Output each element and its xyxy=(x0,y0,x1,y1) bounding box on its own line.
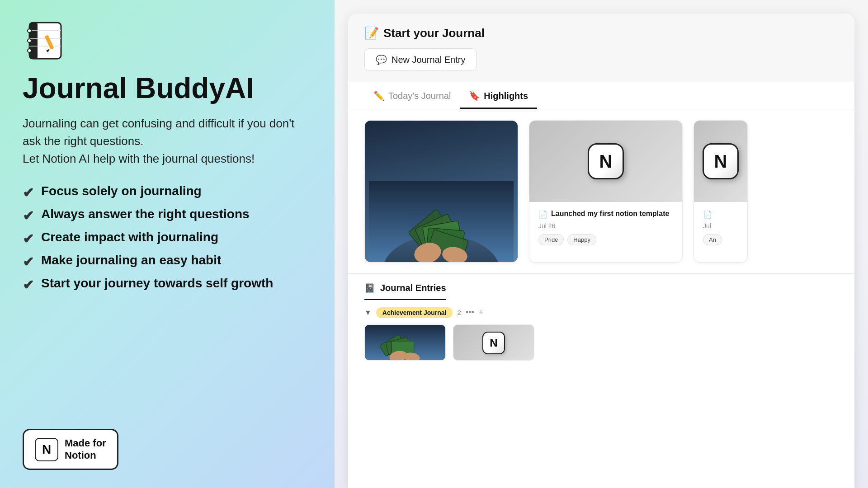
tag-happy: Happy xyxy=(567,234,596,245)
group-toggle-icon[interactable]: ▼ xyxy=(364,309,372,317)
journal-entries-title: Journal Entries xyxy=(380,283,446,293)
group-add-icon[interactable]: + xyxy=(479,308,484,317)
tabs-section: ✏️ Today's Journal 🔖 Highlights xyxy=(348,82,854,109)
new-entry-label: New Journal Entry xyxy=(392,55,465,65)
features-list: ✔ Focus solely on journaling ✔ Always an… xyxy=(23,184,312,293)
journal-entries-header: 📓 Journal Entries xyxy=(364,283,446,300)
tab-highlights[interactable]: 🔖 Highlights xyxy=(460,82,537,109)
card-2-date: Jul 26 xyxy=(538,222,673,230)
mini-card-1[interactable] xyxy=(364,324,446,361)
tab-todays-journal-label: Today's Journal xyxy=(388,91,451,101)
check-icon: ✔ xyxy=(23,254,34,270)
start-journal-header: 📝 Start your Journal xyxy=(364,26,838,40)
feature-label: Focus solely on journaling xyxy=(41,184,202,198)
notion-logo-icon: N xyxy=(35,438,58,461)
app-logo xyxy=(23,18,68,63)
svg-point-8 xyxy=(28,39,31,42)
journal-card-2[interactable]: N 📄 Launched my first notion template Ju… xyxy=(529,120,683,263)
journal-card-3[interactable]: N 📄 Jul An xyxy=(693,120,748,263)
group-more-icon[interactable]: ••• xyxy=(466,308,474,317)
feature-item: ✔ Focus solely on journaling xyxy=(23,184,312,201)
left-panel: Journal BuddyAI Journaling can get confu… xyxy=(0,0,335,488)
feature-item: ✔ Make journaling an easy habit xyxy=(23,253,312,270)
card-3-image: N xyxy=(694,121,747,202)
notion-card-image-bg: N xyxy=(529,121,682,202)
doc-icon: 📄 xyxy=(538,210,547,219)
start-journal-title: Start your Journal xyxy=(383,26,485,40)
doc-icon: 📄 xyxy=(703,210,712,219)
card-1-image: $ $ $ $ xyxy=(365,121,518,262)
card-3-tags: An xyxy=(703,234,738,245)
journal-group-row: ▼ Achievement Journal 2 ••• + xyxy=(364,307,838,318)
card-3-body: 📄 Jul An xyxy=(694,202,747,253)
tab-todays-journal[interactable]: ✏️ Today's Journal xyxy=(364,82,460,109)
journal-emoji: 📝 xyxy=(364,26,379,40)
tab-todays-journal-icon: ✏️ xyxy=(373,90,385,101)
card-2-title: Launched my first notion template xyxy=(551,209,669,219)
money-image-bg: $ $ $ $ xyxy=(365,121,518,262)
card-1-body: 📄 I made my first $5 from my online busi… xyxy=(365,262,518,263)
right-panel: 📝 Start your Journal 💬 New Journal Entry… xyxy=(335,0,868,488)
check-icon: ✔ xyxy=(23,231,34,247)
made-for-notion-text: Made forNotion xyxy=(65,437,106,461)
new-entry-icon: 💬 xyxy=(376,54,387,65)
check-icon: ✔ xyxy=(23,208,34,224)
app-description: Journaling can get confusing and difficu… xyxy=(23,115,312,168)
svg-point-9 xyxy=(28,49,31,52)
mini-money-image xyxy=(365,325,445,360)
check-icon: ✔ xyxy=(23,185,34,201)
feature-label: Create impact with journaling xyxy=(41,230,218,244)
tag-an: An xyxy=(703,234,722,245)
card-3-image-bg: N xyxy=(694,121,747,202)
new-journal-entry-button[interactable]: 💬 New Journal Entry xyxy=(364,48,476,71)
feature-item: ✔ Always answer the right questions xyxy=(23,207,312,224)
feature-label: Start your journey towards self growth xyxy=(41,276,273,291)
notion-3d-icon-partial: N xyxy=(703,143,739,179)
journal-card-1[interactable]: $ $ $ $ xyxy=(364,120,518,263)
journal-entries-section: 📓 Journal Entries ▼ Achievement Journal … xyxy=(348,273,854,368)
notion-3d-icon: N xyxy=(588,143,624,179)
mini-notion-image: N xyxy=(453,325,534,361)
start-journal-section: 📝 Start your Journal 💬 New Journal Entry xyxy=(348,14,854,82)
tab-highlights-label: Highlights xyxy=(484,91,528,101)
journal-entries-icon: 📓 xyxy=(364,283,376,294)
feature-item: ✔ Create impact with journaling xyxy=(23,230,312,247)
card-3-date: Jul xyxy=(703,222,738,230)
mini-cards: N xyxy=(364,324,838,361)
group-badge: Achievement Journal xyxy=(376,307,453,318)
notion-window: 📝 Start your Journal 💬 New Journal Entry… xyxy=(348,14,854,488)
tag-pride: Pride xyxy=(538,234,564,245)
feature-label: Always answer the right questions xyxy=(41,207,250,221)
feature-item: ✔ Start your journey towards self growth xyxy=(23,276,312,293)
card-2-image: N xyxy=(529,121,682,202)
feature-label: Make journaling an easy habit xyxy=(41,253,221,267)
svg-point-7 xyxy=(28,29,31,33)
app-title: Journal BuddyAI xyxy=(23,72,312,104)
made-for-notion-badge: N Made forNotion xyxy=(23,429,118,470)
mini-card-2[interactable]: N xyxy=(453,324,534,361)
group-count: 2 xyxy=(457,309,461,316)
card-2-tags: Pride Happy xyxy=(538,234,673,245)
mini-notion-icon: N xyxy=(482,332,505,354)
check-icon: ✔ xyxy=(23,277,34,293)
card-2-body: 📄 Launched my first notion template Jul … xyxy=(529,202,682,253)
tab-highlights-icon: 🔖 xyxy=(469,90,480,101)
cards-section: $ $ $ $ xyxy=(348,109,854,273)
